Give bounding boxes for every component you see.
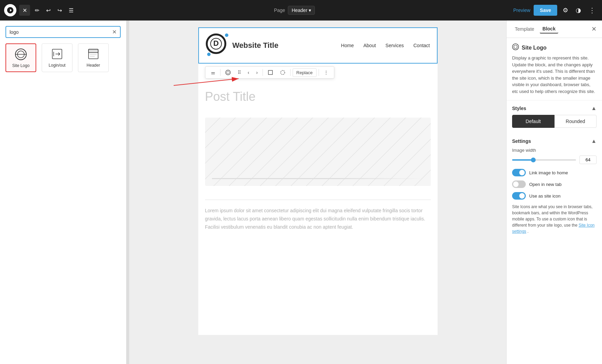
close-button[interactable]: ✕ — [19, 5, 30, 16]
svg-point-12 — [227, 71, 229, 74]
image-width-label: Image width — [512, 148, 597, 153]
lorem-text: Lorem ipsum dolor sit amet consectetur a… — [198, 207, 438, 238]
block-item-login-out[interactable]: Login/out — [42, 43, 72, 72]
search-input[interactable] — [10, 29, 109, 35]
list-view-button[interactable]: ☰ — [67, 5, 76, 16]
canvas-vertical-scrollbar[interactable] — [126, 21, 129, 364]
align-button[interactable]: ⚌ — [208, 68, 218, 77]
use-site-icon-label: Use as site icon — [529, 193, 561, 199]
panel-header: Template Block ✕ — [507, 21, 602, 38]
nav-next-button[interactable]: › — [253, 68, 260, 77]
block-toolbar: ⚌ ⠿ ‹ › Replace — [205, 66, 334, 79]
nav-item-about[interactable]: About — [363, 43, 376, 48]
site-logo-icon — [14, 48, 28, 61]
settings-title: Settings — [512, 138, 531, 144]
more-options-button[interactable]: ⋮ — [587, 4, 598, 16]
svg-point-16 — [512, 44, 519, 50]
logo-image[interactable]: D — [206, 33, 226, 54]
svg-rect-5 — [89, 49, 98, 53]
content-area — [198, 111, 438, 193]
circle-button[interactable] — [277, 68, 288, 77]
block-item-header[interactable]: Header — [78, 43, 109, 72]
header-block[interactable]: D Website Title Home About Services Cont… — [198, 27, 438, 64]
page-name-button[interactable]: Header ▾ — [288, 6, 315, 15]
content-placeholder — [205, 118, 431, 186]
styles-collapse-button[interactable]: ▲ — [591, 105, 597, 111]
use-site-icon-row: Use as site icon — [512, 192, 597, 200]
style-rounded-button[interactable]: Rounded — [554, 115, 597, 128]
site-logo-panel-icon — [512, 43, 519, 52]
open-new-tab-row: Open in new tab — [512, 180, 597, 188]
block-label-login-out: Login/out — [49, 63, 65, 68]
nav-items: Home About Services Contact — [341, 43, 430, 48]
contrast-button[interactable]: ◑ — [574, 4, 583, 16]
open-new-tab-slider — [512, 180, 526, 188]
panel-close-button[interactable]: ✕ — [591, 25, 597, 33]
site-logo-header: Site Logo — [512, 43, 597, 52]
block-label-header: Header — [86, 63, 100, 68]
logo-handle-top-right[interactable] — [225, 33, 228, 37]
block-item-site-logo[interactable]: Site Logo — [5, 43, 36, 72]
canvas-scroll[interactable]: D Website Title Home About Services Cont… — [129, 21, 506, 364]
logo-handle-bottom-left[interactable] — [207, 53, 211, 56]
slider-container: 64 — [512, 156, 597, 164]
wordpress-logo[interactable] — [4, 4, 16, 16]
toolbar-center: Page Header ▾ — [78, 6, 511, 15]
image-width-row: Image width 64 — [512, 148, 597, 164]
tab-block[interactable]: Block — [540, 25, 558, 33]
divider-line — [205, 200, 431, 200]
styles-section: Styles ▲ Default Rounded — [507, 100, 602, 133]
redo-button[interactable]: ↪ — [55, 5, 64, 16]
header-icon — [86, 47, 100, 61]
open-new-tab-toggle[interactable] — [512, 180, 526, 188]
save-button[interactable]: Save — [534, 5, 557, 16]
drag-button[interactable]: ⠿ — [235, 68, 244, 77]
logo-container: D — [206, 33, 230, 57]
styles-buttons: Default Rounded — [507, 115, 602, 133]
image-width-input[interactable]: 64 — [579, 156, 597, 164]
site-logo-section: Site Logo Display a graphic to represent… — [507, 38, 602, 100]
link-image-slider — [512, 169, 526, 176]
toolbar-divider-4 — [319, 69, 319, 76]
site-logo-toolbar-icon[interactable] — [223, 68, 233, 77]
use-site-icon-toggle[interactable] — [512, 192, 526, 200]
right-panel: Template Block ✕ Site Logo Display a gra… — [506, 21, 602, 364]
site-logo-description: Display a graphic to represent this site… — [512, 55, 597, 95]
page-name-text: Header — [292, 8, 307, 13]
nav-prev-button[interactable]: ‹ — [245, 68, 252, 77]
svg-point-11 — [226, 70, 230, 75]
settings-gear-button[interactable]: ⚙ — [561, 4, 570, 16]
search-clear-button[interactable]: ✕ — [112, 29, 117, 35]
canvas-page: D Website Title Home About Services Cont… — [198, 27, 438, 335]
link-image-label: Link image to home — [529, 170, 568, 175]
placeholder-lines — [205, 118, 431, 186]
tab-template[interactable]: Template — [512, 25, 537, 33]
svg-rect-13 — [268, 70, 272, 75]
nav-item-services[interactable]: Services — [386, 43, 404, 48]
undo-button[interactable]: ↩ — [44, 5, 53, 16]
top-toolbar: ✕ ✏ ↩ ↪ ☰ Page Header ▾ Preview Save ⚙ ◑… — [0, 0, 602, 21]
more-toolbar-button[interactable]: ⋮ — [321, 68, 331, 77]
svg-point-14 — [281, 70, 285, 75]
style-default-button[interactable]: Default — [512, 115, 554, 128]
nav-item-contact[interactable]: Contact — [413, 43, 430, 48]
chevron-down-icon: ▾ — [309, 8, 311, 13]
open-new-tab-label: Open in new tab — [529, 182, 562, 187]
preview-button[interactable]: Preview — [513, 8, 531, 13]
link-image-toggle[interactable] — [512, 169, 526, 176]
site-icon-text: Site Icons are what you see in browser t… — [512, 204, 597, 234]
styles-header: Styles ▲ — [507, 100, 602, 115]
login-out-icon — [50, 47, 64, 61]
replace-button[interactable]: Replace — [293, 68, 317, 77]
site-icon-text-end: . — [527, 229, 529, 234]
settings-collapse-button[interactable]: ▲ — [591, 138, 597, 144]
site-title: Website Title — [232, 41, 279, 50]
image-width-slider[interactable] — [512, 159, 576, 161]
svg-point-17 — [514, 45, 517, 49]
crop-button[interactable] — [265, 68, 276, 77]
edit-button[interactable]: ✏ — [33, 5, 41, 16]
nav-item-home[interactable]: Home — [341, 43, 354, 48]
site-logo-panel-title: Site Logo — [522, 45, 547, 51]
svg-text:D: D — [213, 39, 219, 48]
toolbar-divider-3 — [290, 69, 291, 76]
